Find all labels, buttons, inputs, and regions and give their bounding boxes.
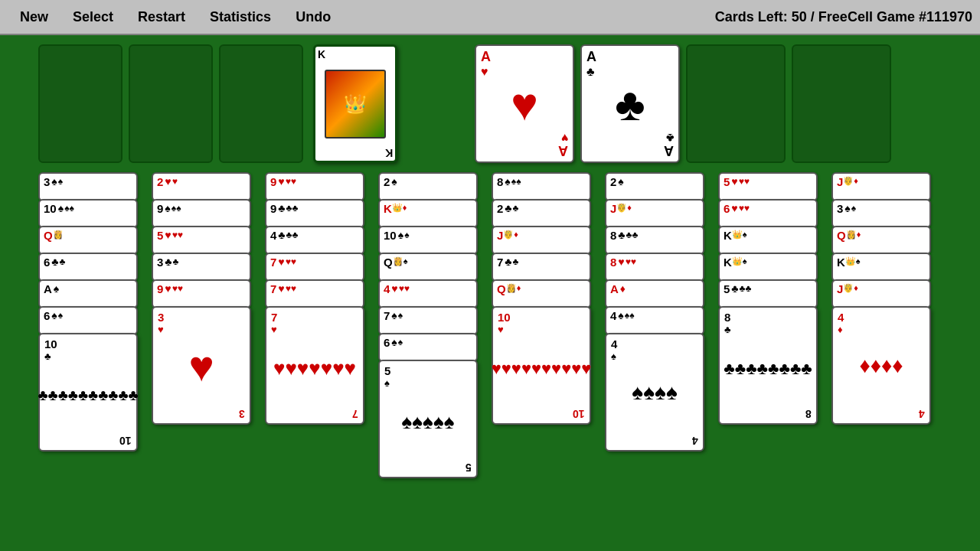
card-c3-1[interactable]: 9♥♥♥ xyxy=(265,172,364,201)
card-c5-5[interactable]: Q👸♦ xyxy=(492,279,591,308)
foundation-diamonds[interactable] xyxy=(686,44,786,163)
card-c4-3[interactable]: 10♠♠ xyxy=(378,226,478,255)
card-c2-5[interactable]: 9♥♥♥ xyxy=(152,279,251,308)
card-c5-2[interactable]: 2♣♣ xyxy=(492,199,591,228)
card-c4-5[interactable]: 4♥♥♥ xyxy=(378,279,478,308)
menu-undo[interactable]: Undo xyxy=(283,3,343,31)
card-c4-7[interactable]: 6♠♠ xyxy=(378,333,478,362)
freecell-3[interactable] xyxy=(219,44,303,163)
column-3[interactable]: 9♥♥♥ 9♣♣♣ 4♣♣♣ 7♥♥♥ 7♥♥♥ 7 ♥ ♥♥♥♥♥♥♥ 7 xyxy=(265,172,372,463)
columns-area: 3♠♠ 10♠♠♠ Q👸 6♣♣ A♠ 6♠♠ 10 ♣ ♣♣♣♣♣♣♣♣♣♣ … xyxy=(0,172,980,524)
freecell-1[interactable] xyxy=(38,44,122,163)
card-c6-last[interactable]: 4 ♠ ♠♠♠♠ 4 xyxy=(605,333,704,452)
card-c8-last[interactable]: 4 ♦ ♦♦♦♦ 4 xyxy=(831,306,931,425)
card-c3-2[interactable]: 9♣♣♣ xyxy=(265,199,364,228)
holding-area: K 👑 K xyxy=(309,44,401,163)
card-c7-last[interactable]: 8 ♣ ♣♣♣♣♣♣♣♣ 8 xyxy=(718,306,818,425)
menu-new[interactable]: New xyxy=(8,3,60,31)
column-6[interactable]: 2♠ J🤴♦ 8♣♣♣ 8♥♥♥ A♦ 4♠♠♠ 4 ♠ ♠♠♠♠ 4 xyxy=(605,172,712,494)
card-c4-1[interactable]: 2♠ xyxy=(378,172,478,201)
card-c7-1[interactable]: 5♥♥♥ xyxy=(718,172,818,201)
card-c6-1[interactable]: 2♠ xyxy=(605,172,704,201)
status-bar: Cards Left: 50 / FreeCell Game #111970 xyxy=(715,9,972,25)
card-c5-1[interactable]: 8♠♠♠ xyxy=(492,172,591,201)
card-c8-1[interactable]: J🤴♦ xyxy=(831,172,931,201)
card-c6-6[interactable]: 4♠♠♠ xyxy=(605,306,704,335)
card-c8-2[interactable]: 3♠♠ xyxy=(831,199,931,228)
card-c5-3[interactable]: J🤴♦ xyxy=(492,226,591,255)
card-c2-3[interactable]: 5♥♥♥ xyxy=(152,226,251,255)
top-area: K 👑 K A ♥ ♥ A ♥ A ♣ ♣ A ♣ xyxy=(0,35,980,172)
column-4[interactable]: 2♠ K👑♦ 10♠♠ Q👸♠ 4♥♥♥ 7♠♠ 6♠♠ 5 ♠ ♠♠♠♠♠ 5 xyxy=(378,172,485,524)
game-area: K 👑 K A ♥ ♥ A ♥ A ♣ ♣ A ♣ xyxy=(0,35,980,551)
card-c4-6[interactable]: 7♠♠ xyxy=(378,306,478,335)
card-c2-2[interactable]: 9♠♠♠ xyxy=(152,199,251,228)
column-8[interactable]: J🤴♦ 3♠♠ Q👸♦ K👑♠ J🤴♦ 4 ♦ ♦♦♦♦ 4 xyxy=(831,172,939,463)
card-c3-4[interactable]: 7♥♥♥ xyxy=(265,253,364,282)
card-c4-last[interactable]: 5 ♠ ♠♠♠♠♠ 5 xyxy=(378,360,478,478)
cards-left: Cards Left: 50 xyxy=(715,9,807,24)
card-c8-4[interactable]: K👑♠ xyxy=(831,253,931,282)
card-c8-5[interactable]: J🤴♦ xyxy=(831,279,931,308)
held-card-face: 👑 xyxy=(318,60,393,148)
held-king-card[interactable]: K 👑 K xyxy=(313,44,397,163)
card-c2-4[interactable]: 3♣♣ xyxy=(152,253,251,282)
card-c4-2[interactable]: K👑♦ xyxy=(378,199,478,228)
card-c3-5[interactable]: 7♥♥♥ xyxy=(265,279,364,308)
game-id: FreeCell Game #111970 xyxy=(818,9,972,24)
column-1[interactable]: 3♠♠ 10♠♠♠ Q👸 6♣♣ A♠ 6♠♠ 10 ♣ ♣♣♣♣♣♣♣♣♣♣ … xyxy=(38,172,145,463)
card-c5-4[interactable]: 7♣♣ xyxy=(492,253,591,282)
card-c7-3[interactable]: K👑♠ xyxy=(718,226,818,255)
foundation-hearts[interactable]: A ♥ ♥ A ♥ xyxy=(475,44,574,163)
held-card-rank: K xyxy=(318,49,325,60)
card-c7-4[interactable]: K👑♠ xyxy=(718,253,818,282)
menu-bar: New Select Restart Statistics Undo Cards… xyxy=(0,0,980,35)
column-7[interactable]: 5♥♥♥ 6♥♥♥ K👑♠ K👑♠ 5♣♣♣ 8 ♣ ♣♣♣♣♣♣♣♣ 8 xyxy=(718,172,825,463)
column-2[interactable]: 2♥♥ 9♠♠♠ 5♥♥♥ 3♣♣ 9♥♥♥ 3 ♥ ♥ 3 xyxy=(152,172,259,463)
menu-statistics[interactable]: Statistics xyxy=(198,3,283,31)
card-c6-3[interactable]: 8♣♣♣ xyxy=(605,226,704,255)
foundation-spades[interactable] xyxy=(792,44,891,163)
separator: / xyxy=(811,9,818,24)
card-c1-5[interactable]: A♠ xyxy=(38,279,138,308)
menu-select[interactable]: Select xyxy=(60,3,126,31)
card-c6-4[interactable]: 8♥♥♥ xyxy=(605,253,704,282)
card-c5-last[interactable]: 10 ♥ ♥♥♥♥♥♥♥♥♥♥ 10 xyxy=(492,306,591,425)
card-c1-1[interactable]: 3♠♠ xyxy=(38,172,138,201)
card-c4-4[interactable]: Q👸♠ xyxy=(378,253,478,282)
card-c7-2[interactable]: 6♥♥♥ xyxy=(718,199,818,228)
foundation-clubs[interactable]: A ♣ ♣ A ♣ xyxy=(580,44,680,163)
card-c6-2[interactable]: J🤴♦ xyxy=(605,199,704,228)
card-c6-5[interactable]: A♦ xyxy=(605,279,704,308)
card-c1-2[interactable]: 10♠♠♠ xyxy=(38,199,138,228)
card-c1-3[interactable]: Q👸 xyxy=(38,226,138,255)
card-c2-1[interactable]: 2♥♥ xyxy=(152,172,251,201)
card-c3-3[interactable]: 4♣♣♣ xyxy=(265,226,364,255)
freecell-2[interactable] xyxy=(129,44,213,163)
menu-restart[interactable]: Restart xyxy=(126,3,198,31)
card-c1-6[interactable]: 6♠♠ xyxy=(38,306,138,335)
card-c2-last[interactable]: 3 ♥ ♥ 3 xyxy=(152,306,251,425)
card-c1-4[interactable]: 6♣♣ xyxy=(38,253,138,282)
card-c8-3[interactable]: Q👸♦ xyxy=(831,226,931,255)
card-c7-5[interactable]: 5♣♣♣ xyxy=(718,279,818,308)
card-c3-last[interactable]: 7 ♥ ♥♥♥♥♥♥♥ 7 xyxy=(265,306,364,425)
card-c1-last[interactable]: 10 ♣ ♣♣♣♣♣♣♣♣♣♣ 10 xyxy=(38,333,138,452)
column-5[interactable]: 8♠♠♠ 2♣♣ J🤴♦ 7♣♣ Q👸♦ 10 ♥ ♥♥♥♥♥♥♥♥♥♥ 10 xyxy=(492,172,599,463)
